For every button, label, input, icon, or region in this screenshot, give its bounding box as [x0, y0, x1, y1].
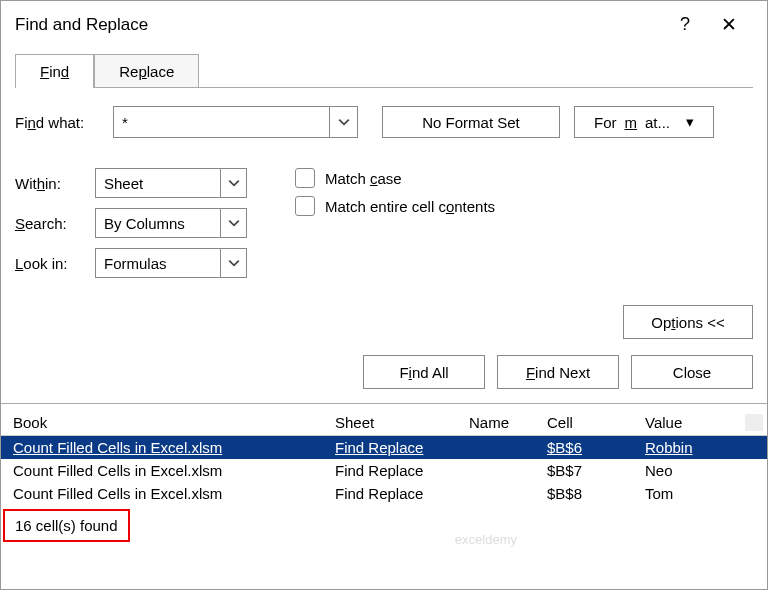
match-entire-checkbox[interactable]: Match entire cell contents	[295, 196, 495, 216]
within-label: Within:	[15, 175, 95, 192]
match-case-checkbox[interactable]: Match case	[295, 168, 495, 188]
col-book[interactable]: Book	[13, 414, 335, 431]
cell-sheet: Find Replace	[335, 485, 469, 502]
match-entire-label: Match entire cell contents	[325, 198, 495, 215]
format-button[interactable]: Format... ▾	[574, 106, 714, 138]
cell-cell: $B$7	[547, 462, 645, 479]
match-case-label: Match case	[325, 170, 402, 187]
search-value: By Columns	[104, 215, 220, 232]
within-select[interactable]: Sheet	[95, 168, 247, 198]
cell-book: Count Filled Cells in Excel.xlsm	[13, 439, 335, 456]
tab-replace[interactable]: Replace	[94, 54, 199, 88]
lookin-label: Look in:	[15, 255, 95, 272]
cell-cell: $B$8	[547, 485, 645, 502]
results-header: Book Sheet Name Cell Value	[1, 404, 767, 436]
find-what-combo[interactable]	[113, 106, 358, 138]
lookin-value: Formulas	[104, 255, 220, 272]
dialog-title: Find and Replace	[15, 15, 663, 35]
cell-book: Count Filled Cells in Excel.xlsm	[13, 462, 335, 479]
chevron-down-icon	[220, 169, 246, 197]
find-what-input[interactable]	[114, 110, 329, 135]
tab-find[interactable]: Find	[15, 54, 94, 88]
within-value: Sheet	[104, 175, 220, 192]
scrollbar[interactable]	[745, 414, 763, 431]
cell-value: Tom	[645, 485, 745, 502]
result-row[interactable]: Count Filled Cells in Excel.xlsm Find Re…	[1, 482, 767, 505]
help-button[interactable]: ?	[663, 14, 707, 35]
lookin-select[interactable]: Formulas	[95, 248, 247, 278]
chevron-down-icon	[220, 209, 246, 237]
chevron-down-icon	[220, 249, 246, 277]
result-row[interactable]: Count Filled Cells in Excel.xlsm Find Re…	[1, 436, 767, 459]
search-select[interactable]: By Columns	[95, 208, 247, 238]
col-name[interactable]: Name	[469, 414, 547, 431]
checkbox-icon	[295, 168, 315, 188]
search-label: Search:	[15, 215, 95, 232]
close-icon[interactable]: ✕	[707, 13, 751, 36]
cell-sheet: Find Replace	[335, 462, 469, 479]
cell-cell: $B$6	[547, 439, 645, 456]
result-row[interactable]: Count Filled Cells in Excel.xlsm Find Re…	[1, 459, 767, 482]
status-cells-found: 16 cell(s) found	[3, 509, 130, 542]
options-button[interactable]: Options <<	[623, 305, 753, 339]
cell-value: Neo	[645, 462, 745, 479]
no-format-set-button[interactable]: No Format Set	[382, 106, 560, 138]
cell-value: Robbin	[645, 439, 745, 456]
watermark: exceldemy	[455, 532, 517, 547]
close-button[interactable]: Close	[631, 355, 753, 389]
col-sheet[interactable]: Sheet	[335, 414, 469, 431]
col-value[interactable]: Value	[645, 414, 745, 431]
find-what-label: Find what:	[15, 114, 113, 131]
cell-book: Count Filled Cells in Excel.xlsm	[13, 485, 335, 502]
checkbox-icon	[295, 196, 315, 216]
col-cell[interactable]: Cell	[547, 414, 645, 431]
cell-sheet: Find Replace	[335, 439, 469, 456]
find-all-button[interactable]: Find All	[363, 355, 485, 389]
chevron-down-icon	[338, 116, 350, 128]
find-next-button[interactable]: Find Next	[497, 355, 619, 389]
find-what-dropdown[interactable]	[329, 107, 357, 137]
